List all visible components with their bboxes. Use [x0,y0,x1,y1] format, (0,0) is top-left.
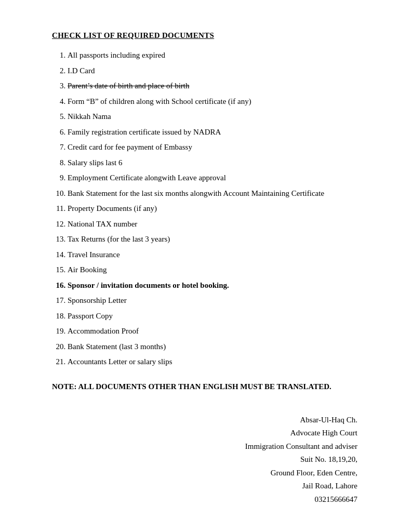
list-item-3: Parent’s date of birth and place of birt… [68,80,357,92]
document-title: CHECK LIST OF REQUIRED DOCUMENTS [52,31,357,40]
signature-block: Absar-Ul-Haq Ch. Advocate High Court Imm… [52,414,357,507]
signature-line5: Ground Floor, Eden Centre, [52,467,357,480]
signature-line4: Suit No. 18,19,20, [52,453,357,467]
list-item-15: Air Booking [68,264,357,276]
signature-line6: Jail Road, Lahore [52,480,357,493]
list-item-18: Passport Copy [68,310,357,322]
list-item-8: Salary slips last 6 [68,157,357,169]
list-item-19: Accommodation Proof [68,325,357,337]
list-item-20: Bank Statement (last 3 months) [68,341,357,353]
list-item-1: All passports including expired [68,49,357,61]
document-page: CHECK LIST OF REQUIRED DOCUMENTS All pas… [0,0,399,532]
list-item-14: Travel Insurance [68,249,357,261]
signature-line3: Immigration Consultant and adviser [52,440,357,454]
list-item-12: National TAX number [68,218,357,230]
signature-line1: Absar-Ul-Haq Ch. [52,414,357,427]
list-item-13: Tax Returns (for the last 3 years) [68,233,357,245]
list-item-16: Sponsor / invitation documents or hotel … [68,280,357,291]
list-item-21: Accountants Letter or salary slips [68,356,357,368]
checklist: All passports including expiredI.D CardP… [52,49,357,368]
note-text: NOTE: ALL DOCUMENTS OTHER THAN ENGLISH M… [52,380,357,393]
list-item-9: Employment Certificate alongwith Leave a… [68,172,357,184]
list-item-10: Bank Statement for the last six months a… [68,188,357,200]
list-item-2: I.D Card [68,65,357,77]
list-item-4: Form “B” of children along with School c… [68,96,357,108]
note-section: NOTE: ALL DOCUMENTS OTHER THAN ENGLISH M… [52,380,357,393]
list-item-5: Nikkah Nama [68,111,357,123]
list-item-7: Credit card for fee payment of Embassy [68,141,357,153]
signature-line7: 03215666647 [52,493,357,507]
list-item-11: Property Documents (if any) [68,203,357,215]
list-item-17: Sponsorship Letter [68,295,357,307]
list-item-6: Family registration certificate issued b… [68,126,357,138]
signature-line2: Advocate High Court [52,427,357,440]
